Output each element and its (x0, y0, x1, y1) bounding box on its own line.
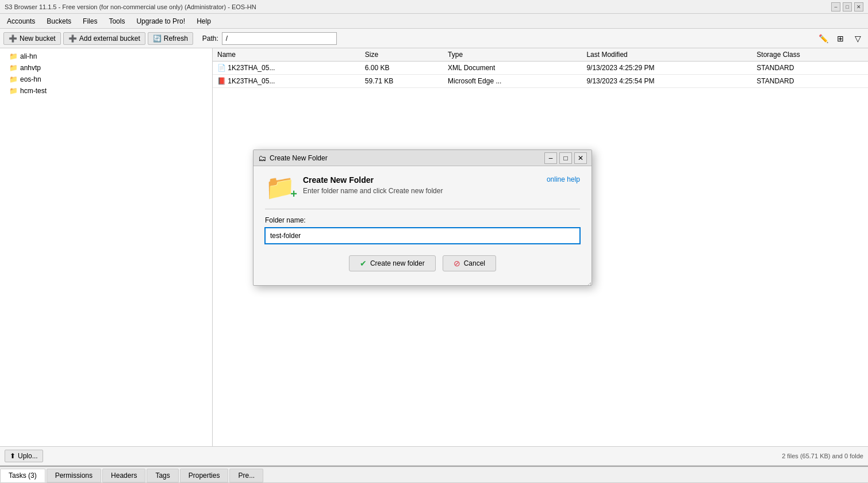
menu-files[interactable]: Files (78, 16, 102, 27)
tabs-bar: Tasks (3) Permissions Headers Tags Prope… (0, 467, 868, 483)
col-modified: Last Modified (582, 48, 752, 62)
file-modified-cell: 9/13/2023 4:25:54 PM (582, 75, 752, 88)
menu-buckets[interactable]: Buckets (42, 16, 76, 27)
dialog-folder-icon-wrapper: 📁 + (265, 175, 295, 200)
file-count-status: 2 files (65.71 KB) and 0 folde (782, 453, 863, 459)
upload-bar: ⬆ Uplo... 2 files (65.71 KB) and 0 folde (0, 446, 868, 466)
menu-bar: Accounts Buckets Files Tools Upgrade to … (0, 14, 868, 29)
file-name-cell: 📕 1K23THA_05... (213, 75, 360, 88)
dialog-separator (265, 209, 580, 209)
dialog-title-text: Create New Folder (270, 154, 541, 162)
edit-icon-btn[interactable]: ✏️ (816, 32, 830, 45)
file-size-cell: 6.00 KB (360, 62, 443, 75)
upload-icon: ⬆ (10, 452, 16, 460)
menu-upgrade[interactable]: Upgrade to Pro! (132, 16, 190, 27)
tab-tasks[interactable]: Tasks (3) (0, 469, 45, 482)
bucket-item-ali-hn[interactable]: 📁 ali-hn (0, 51, 212, 62)
file-type-cell: XML Document (443, 62, 582, 75)
file-name-cell: 📄 1K23THA_05... (213, 62, 360, 75)
dialog-title-icon: 🗂 (258, 154, 266, 163)
path-input[interactable] (222, 32, 337, 45)
bottom-panel: Tasks (3) Permissions Headers Tags Prope… (0, 466, 868, 483)
path-bar: Path: (202, 32, 814, 45)
new-bucket-button[interactable]: ➕ New bucket (3, 32, 61, 45)
menu-tools[interactable]: Tools (104, 16, 129, 27)
folder-icon: 📁 (9, 64, 18, 72)
refresh-button[interactable]: 🔄 Refresh (148, 32, 193, 45)
add-external-bucket-button[interactable]: ➕ Add external bucket (63, 32, 145, 45)
maximize-btn[interactable]: □ (843, 2, 852, 12)
col-storage: Storage Class (752, 48, 868, 62)
dialog-footer: ✔ Create new folder ⊘ Cancel (265, 255, 580, 276)
dialog-maximize-btn[interactable]: □ (559, 152, 572, 164)
folder-icon: 📁 (9, 52, 18, 60)
dialog-header-left: 📁 + Create New Folder Enter folder name … (265, 175, 443, 200)
table-row[interactable]: 📄 1K23THA_05... 6.00 KB XML Document 9/1… (213, 62, 868, 75)
cancel-circle-icon: ⊘ (454, 259, 460, 268)
dialog-title-section: Create New Folder Enter folder name and … (303, 175, 443, 195)
add-external-icon: ➕ (68, 34, 77, 43)
file-type-icon: 📄 (217, 64, 226, 72)
tab-headers[interactable]: Headers (102, 469, 145, 482)
dialog-controls: – □ ✕ (544, 152, 587, 164)
table-row[interactable]: 📕 1K23THA_05... 59.71 KB Microsoft Edge … (213, 75, 868, 88)
dialog-minimize-btn[interactable]: – (544, 152, 557, 164)
create-folder-dialog: 🗂 Create New Folder – □ ✕ 📁 + Create New… (253, 150, 592, 286)
file-modified-cell: 9/13/2023 4:25:29 PM (582, 62, 752, 75)
dialog-close-btn[interactable]: ✕ (574, 152, 587, 164)
path-label: Path: (202, 34, 218, 43)
title-bar: S3 Browser 11.1.5 - Free version (for no… (0, 0, 868, 14)
tab-permissions[interactable]: Permissions (47, 469, 101, 482)
resize-handle[interactable]: ⊿ (587, 281, 590, 284)
col-name: Name (213, 48, 360, 62)
file-size-cell: 59.71 KB (360, 75, 443, 88)
bucket-tree-panel: 📁 ali-hn 📁 anhvtp 📁 eos-hn 📁 hcm-test (0, 48, 213, 446)
folder-name-input[interactable] (265, 228, 580, 244)
filter-icon-btn[interactable]: ▽ (851, 32, 865, 45)
dialog-heading: Create New Folder (303, 175, 443, 185)
new-bucket-icon: ➕ (9, 34, 17, 43)
create-new-folder-button[interactable]: ✔ Create new folder (349, 255, 436, 271)
minimize-btn[interactable]: – (831, 2, 840, 12)
menu-help[interactable]: Help (192, 16, 216, 27)
file-table: Name Size Type Last Modified Storage Cla… (213, 48, 868, 88)
bucket-item-eos-hn[interactable]: 📁 eos-hn (0, 74, 212, 85)
upload-button[interactable]: ⬆ Uplo... (5, 450, 43, 462)
folder-icon: 📁 (9, 75, 18, 83)
dialog-header-row: 📁 + Create New Folder Enter folder name … (265, 175, 580, 200)
refresh-icon: 🔄 (153, 34, 162, 43)
col-type: Type (443, 48, 582, 62)
file-storage-cell: STANDARD (752, 62, 868, 75)
tab-preview[interactable]: Pre... (229, 469, 263, 482)
file-type-icon: 📕 (217, 77, 226, 85)
window-controls: – □ ✕ (831, 2, 863, 12)
online-help-link[interactable]: online help (547, 175, 580, 183)
file-storage-cell: STANDARD (752, 75, 868, 88)
tab-properties[interactable]: Properties (180, 469, 229, 482)
folder-name-label: Folder name: (265, 216, 580, 224)
col-size: Size (360, 48, 443, 62)
menu-accounts[interactable]: Accounts (2, 16, 40, 27)
toolbar: ➕ New bucket ➕ Add external bucket 🔄 Ref… (0, 29, 868, 48)
create-check-icon: ✔ (360, 259, 367, 268)
cancel-button[interactable]: ⊘ Cancel (443, 255, 496, 271)
folder-plus-icon: + (290, 188, 297, 200)
tab-tags[interactable]: Tags (147, 469, 178, 482)
folder-icon: 📁 (9, 87, 18, 95)
dialog-title-bar: 🗂 Create New Folder – □ ✕ (254, 150, 592, 166)
view-icon-btn[interactable]: ⊞ (834, 32, 847, 45)
close-btn[interactable]: ✕ (854, 2, 863, 12)
bucket-item-anhvtp[interactable]: 📁 anhvtp (0, 62, 212, 74)
file-type-cell: Microsoft Edge ... (443, 75, 582, 88)
toolbar-right-icons: ✏️ ⊞ ▽ (816, 32, 865, 45)
dialog-description: Enter folder name and click Create new f… (303, 187, 443, 195)
dialog-body: 📁 + Create New Folder Enter folder name … (254, 166, 592, 285)
app-title: S3 Browser 11.1.5 - Free version (for no… (5, 3, 256, 10)
bucket-item-hcm-test[interactable]: 📁 hcm-test (0, 85, 212, 97)
